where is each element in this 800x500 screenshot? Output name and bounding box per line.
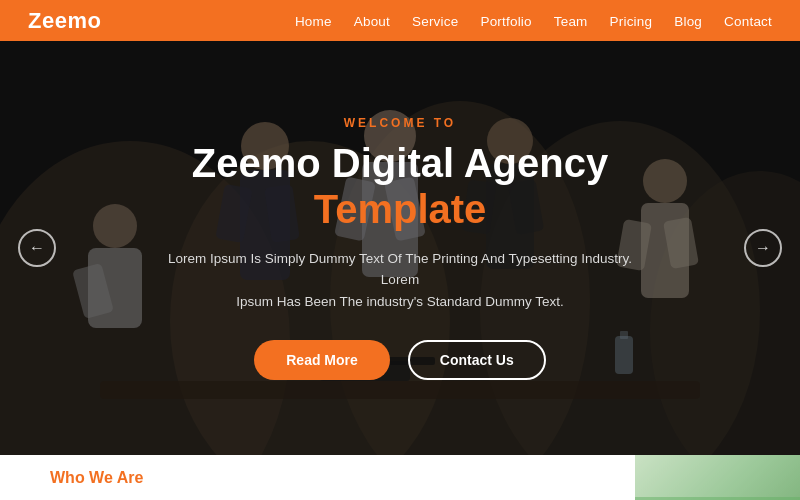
nav-item-portfolio[interactable]: Portfolio [480,12,531,30]
hero-prev-button[interactable]: ← [18,229,56,267]
hero-buttons: Read More Contact Us [100,340,700,380]
section-thumbnail [635,455,800,500]
nav-item-service[interactable]: Service [412,12,458,30]
nav-item-pricing[interactable]: Pricing [610,12,653,30]
nav-item-about[interactable]: About [354,12,390,30]
nav-link-team[interactable]: Team [554,14,588,29]
nav-item-blog[interactable]: Blog [674,12,702,30]
nav-item-contact[interactable]: Contact [724,12,772,30]
nav-link-blog[interactable]: Blog [674,14,702,29]
hero-title-text: Zeemo Digital Agency [192,141,608,185]
hero-subtitle: WELCOME TO [100,116,700,130]
site-logo[interactable]: Zeemo [28,8,101,34]
nav-links: Home About Service Portfolio Team Pricin… [295,12,772,30]
hero-description: Lorem Ipsum Is Simply Dummy Text Of The … [150,248,650,313]
hero-title: Zeemo Digital Agency Template [100,140,700,232]
nav-link-contact[interactable]: Contact [724,14,772,29]
read-more-button[interactable]: Read More [254,340,390,380]
below-hero-section: Who We Are [0,455,800,500]
hero-section: ← WELCOME TO Zeemo Digital Agency Templa… [0,41,800,455]
nav-link-about[interactable]: About [354,14,390,29]
nav-link-portfolio[interactable]: Portfolio [480,14,531,29]
contact-us-button[interactable]: Contact Us [408,340,546,380]
nav-item-team[interactable]: Team [554,12,588,30]
nav-link-service[interactable]: Service [412,14,458,29]
arrow-left-icon: ← [29,239,45,257]
nav-link-home[interactable]: Home [295,14,332,29]
hero-content: WELCOME TO Zeemo Digital Agency Template… [80,116,720,381]
arrow-right-icon: → [755,239,771,257]
nav-item-home[interactable]: Home [295,12,332,30]
who-we-are-label: Who We Are [50,469,143,487]
hero-next-button[interactable]: → [744,229,782,267]
nav-link-pricing[interactable]: Pricing [610,14,653,29]
navbar: Zeemo Home About Service Portfolio Team … [0,0,800,41]
hero-title-highlight: Template [314,187,487,231]
